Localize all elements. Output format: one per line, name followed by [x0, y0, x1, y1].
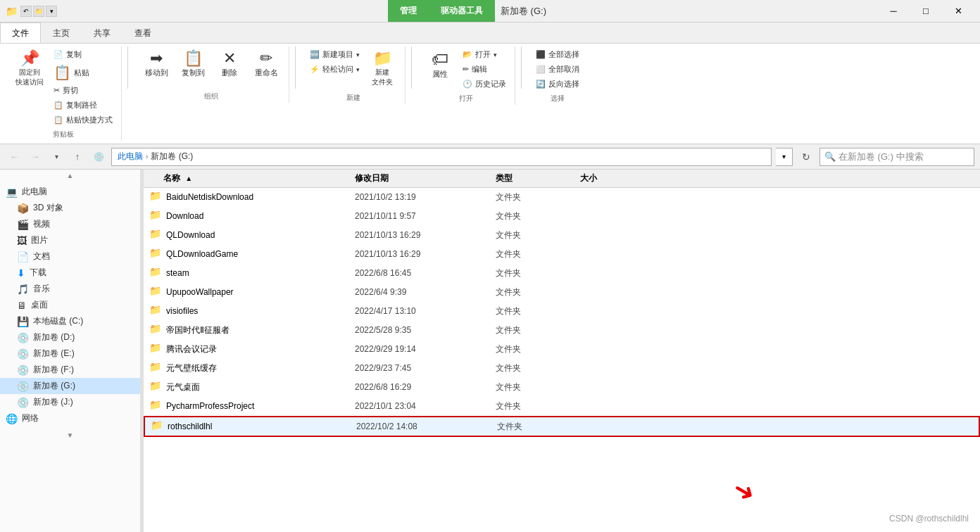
table-row[interactable]: 📁 UpupooWallpaper 2022/6/4 9:39 文件夹 [144, 283, 980, 302]
sidebar-item-label: 新加卷 (J:) [33, 396, 73, 408]
easy-access-icon: ⚡ [310, 65, 320, 74]
col-header-size[interactable]: 大小 [580, 172, 651, 184]
breadcrumb-drive-g[interactable]: 新加卷 (G:) [151, 151, 193, 163]
sidebar-item-drive-e[interactable]: 💿 新加卷 (E:) [0, 346, 140, 362]
sidebar-item-3d[interactable]: 📦 3D 对象 [0, 200, 140, 216]
copy-btn[interactable]: 📄 复制 [51, 48, 115, 61]
new-folder-btn[interactable]: 📁 新建文件夹 [365, 48, 399, 90]
table-row[interactable]: 📁 QLDownloadGame 2021/10/13 16:29 文件夹 [144, 245, 980, 264]
table-row[interactable]: 📁 帝国时代Ⅱ征服者 2022/5/28 9:35 文件夹 [144, 321, 980, 340]
drive-j-icon: 💿 [17, 397, 29, 408]
file-name: visiofiles [166, 306, 355, 316]
sidebar-item-drive-g[interactable]: 💿 新加卷 (G:) [0, 378, 140, 394]
table-row[interactable]: 📁 PycharmProfessProject 2022/10/1 23:04 … [144, 397, 980, 416]
table-row[interactable]: 📁 steam 2022/6/8 16:45 文件夹 [144, 264, 980, 283]
copy-to-btn[interactable]: 📋 复制到 [176, 48, 210, 81]
file-name: QLDownload [166, 230, 355, 240]
table-row[interactable]: 📁 Download 2021/10/11 9:57 文件夹 [144, 207, 980, 226]
sidebar-item-documents[interactable]: 📄 文档 [0, 248, 140, 265]
recent-locations-btn[interactable]: ▾ [48, 148, 65, 165]
file-type: 文件夹 [496, 191, 580, 203]
breadcrumb-bar[interactable]: 此电脑 › 新加卷 (G:) [111, 148, 772, 166]
tab-drive-tools[interactable]: 驱动器工具 [429, 0, 495, 22]
open-small-btns: 📂 打开 ▾ ✏ 编辑 🕐 历史记录 [460, 48, 509, 91]
network-icon: 🌐 [6, 413, 18, 424]
up-btn[interactable]: ↑ [69, 148, 86, 165]
undo-btn[interactable]: ↶ [20, 6, 32, 17]
table-row[interactable]: 📁 腾讯会议记录 2022/9/29 19:14 文件夹 [144, 340, 980, 359]
select-all-btn[interactable]: ⬛ 全部选择 [533, 48, 582, 61]
invert-select-btn[interactable]: 🔄 反向选择 [533, 77, 582, 91]
folder-icon: 📁 [149, 228, 163, 242]
easy-access-btn[interactable]: ⚡ 轻松访问 ▾ [307, 63, 363, 76]
tab-home[interactable]: 主页 [41, 23, 82, 43]
edit-btn[interactable]: ✏ 编辑 [460, 63, 509, 76]
file-name: BaiduNetdiskDownload [166, 192, 355, 202]
back-btn[interactable]: ← [6, 148, 23, 165]
delete-btn[interactable]: ✕ 删除 [213, 48, 246, 81]
search-bar[interactable]: 🔍 在新加卷 (G:) 中搜索 [819, 148, 974, 166]
col-header-name[interactable]: 名称 ▲ [144, 172, 355, 184]
delete-icon: ✕ [223, 51, 236, 66]
sidebar-scroll-up[interactable]: ▲ [0, 170, 140, 181]
tab-share[interactable]: 共享 [82, 23, 122, 43]
col-header-type[interactable]: 类型 [496, 172, 580, 184]
table-row[interactable]: 📁 BaiduNetdiskDownload 2021/10/2 13:19 文… [144, 188, 980, 207]
file-type: 文件夹 [496, 362, 580, 374]
file-date: 2022/6/8 16:29 [355, 382, 496, 392]
tab-file[interactable]: 文件 [0, 23, 41, 43]
breadcrumb-expand-btn[interactable]: ▾ [776, 148, 793, 166]
sidebar-item-local-c[interactable]: 💾 本地磁盘 (C:) [0, 313, 140, 329]
toolbar-down-arrow[interactable]: ▾ [46, 6, 57, 17]
refresh-btn[interactable]: ↻ [797, 148, 815, 166]
sidebar-item-music[interactable]: 🎵 音乐 [0, 281, 140, 297]
new-item-btn[interactable]: 🆕 新建项目 ▾ [307, 48, 363, 61]
cut-btn[interactable]: ✂ 剪切 [51, 84, 115, 97]
location-icon: 💿 [90, 148, 107, 166]
table-row[interactable]: 📁 QLDownload 2021/10/13 16:29 文件夹 [144, 226, 980, 245]
sidebar-item-video[interactable]: 🎬 视频 [0, 216, 140, 232]
properties-btn[interactable]: 🏷 属性 [423, 48, 457, 82]
forward-btn[interactable]: → [27, 148, 44, 165]
ribbon-tab-bar: 文件 主页 共享 查看 [0, 23, 980, 44]
file-date: 2022/10/1 23:04 [355, 401, 496, 411]
close-button[interactable]: ✕ [942, 0, 974, 23]
history-btn[interactable]: 🕐 历史记录 [460, 77, 509, 91]
table-row[interactable]: 📁 rothschildlhl 2022/10/2 14:08 文件夹 [144, 416, 980, 437]
col-header-date[interactable]: 修改日期 [355, 172, 496, 184]
maximize-button[interactable]: □ [910, 0, 942, 23]
drive-d-icon: 💿 [17, 332, 29, 343]
file-type: 文件夹 [496, 400, 580, 412]
sidebar-scroll-down[interactable]: ▼ [0, 429, 140, 441]
sidebar-item-drive-j[interactable]: 💿 新加卷 (J:) [0, 394, 140, 410]
sidebar-item-this-pc[interactable]: 💻 此电脑 [0, 184, 140, 200]
sidebar-item-drive-d[interactable]: 💿 新加卷 (D:) [0, 329, 140, 346]
table-row[interactable]: 📁 visiofiles 2022/4/17 13:10 文件夹 [144, 302, 980, 321]
folder-icon: 📁 [149, 209, 163, 223]
tab-manage[interactable]: 管理 [388, 0, 429, 22]
sidebar-item-drive-f[interactable]: 💿 新加卷 (F:) [0, 362, 140, 378]
pin-to-quickaccess-btn[interactable]: 📌 固定到快速访问 [11, 48, 48, 90]
watermark: CSDN @rothschildlhl [889, 514, 969, 524]
rename-btn[interactable]: ✏ 重命名 [249, 48, 283, 81]
sidebar-item-network[interactable]: 🌐 网络 [0, 410, 140, 426]
folder-icon: 📁 [149, 247, 163, 261]
minimize-button[interactable]: ─ [877, 0, 910, 23]
table-row[interactable]: 📁 元气壁纸缓存 2022/9/23 7:45 文件夹 [144, 359, 980, 378]
sidebar-item-pictures[interactable]: 🖼 图片 [0, 232, 140, 248]
move-to-btn[interactable]: ➡ 移动到 [139, 48, 173, 81]
copy-path-btn[interactable]: 📋 复制路径 [51, 99, 115, 112]
open-btn[interactable]: 📂 打开 ▾ [460, 48, 509, 61]
file-date: 2021/10/2 13:19 [355, 192, 496, 202]
sidebar-item-downloads[interactable]: ⬇ 下载 [0, 265, 140, 281]
tab-view[interactable]: 查看 [122, 23, 163, 43]
sidebar-item-desktop[interactable]: 🖥 桌面 [0, 297, 140, 313]
paste-shortcut-btn[interactable]: 📋 粘贴快捷方式 [51, 113, 115, 127]
deselect-all-btn[interactable]: ⬜ 全部取消 [533, 63, 582, 76]
title-bar: 📁 ↶ 📁 ▾ 管理 驱动器工具 新加卷 (G:) ─ □ ✕ [0, 0, 980, 23]
sidebar-item-label: 新加卷 (D:) [33, 331, 75, 343]
breadcrumb-this-pc[interactable]: 此电脑 [118, 151, 143, 163]
history-icon: 🕐 [463, 80, 472, 89]
table-row[interactable]: 📁 元气桌面 2022/6/8 16:29 文件夹 [144, 378, 980, 397]
paste-btn[interactable]: 📋 粘贴 [51, 63, 115, 82]
